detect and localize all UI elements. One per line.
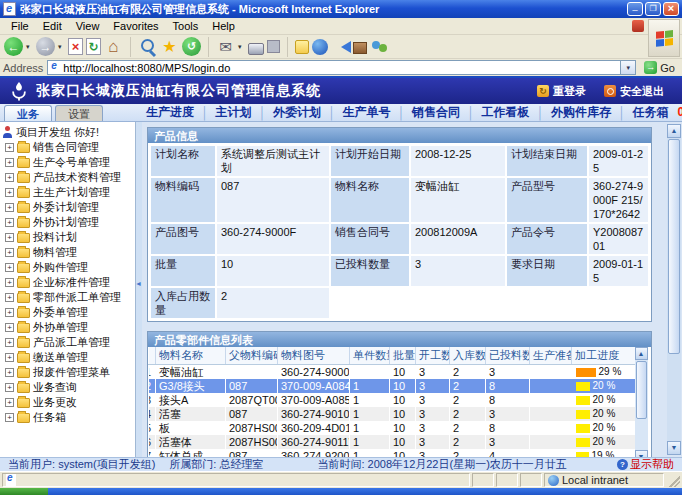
stop-icon[interactable] [68,38,83,55]
expand-icon[interactable] [5,173,14,182]
back-icon[interactable] [4,37,23,56]
resize-grip[interactable] [666,473,680,487]
address-url[interactable]: http://localhost:8080/MPS/login.do [63,62,617,74]
table-row[interactable]: 6活塞体2087HS002360-274-9011W11032320 % [149,435,635,449]
sidebar-item[interactable]: 产品派工单管理 [2,335,135,350]
expand-icon[interactable] [5,293,14,302]
sidebar-item[interactable]: 生产令号单管理 [2,155,135,170]
sidebar-item[interactable]: 外协单管理 [2,320,135,335]
close-button[interactable] [663,2,679,16]
edit-icon[interactable] [267,40,280,53]
address-input[interactable]: http://localhost:8080/MPS/login.do [47,60,636,75]
table-row[interactable]: 5板2087HS002360-209-4D01011032820 % [149,421,635,435]
nav-item-7[interactable]: 任务箱 [633,104,669,121]
menu-file[interactable]: File [4,20,36,32]
sidebar-item[interactable]: 产品技术资料管理 [2,170,135,185]
show-help-link[interactable]: 显示帮助 [617,457,674,471]
expand-icon[interactable] [5,188,14,197]
print-icon[interactable] [248,43,264,55]
tab-settings[interactable]: 设置 [55,105,103,121]
expand-icon[interactable] [5,233,14,242]
search-icon[interactable] [138,37,157,56]
go-button[interactable]: Go [640,61,679,74]
scroll-thumb[interactable] [636,361,647,419]
expand-icon[interactable] [5,398,14,407]
table-row[interactable]: 4活塞087360-274-9010F11032320 % [149,407,635,421]
scroll-thumb[interactable] [668,139,680,354]
nav-item-2[interactable]: 外委计划 [273,104,321,121]
sidebar-item[interactable]: 零部件派工单管理 [2,290,135,305]
minimize-button[interactable] [627,2,643,16]
nav-item-0[interactable]: 生产进度 [146,104,194,121]
table-row[interactable]: 3接头A2087QT002370-009-A085011032820 % [149,393,635,407]
address-dropdown-button[interactable] [620,61,635,74]
caret-icon[interactable] [26,43,33,51]
relogin-button[interactable]: 重登录 [537,84,586,99]
sidebar-item[interactable]: 物料管理 [2,245,135,260]
logout-button[interactable]: 安全退出 [604,84,664,99]
buddies-icon[interactable] [370,37,389,56]
forward-icon[interactable] [36,37,55,56]
mail-icon[interactable] [216,37,235,56]
sidebar-item[interactable]: 业务查询 [2,380,135,395]
nav-item-1[interactable]: 主计划 [216,104,252,121]
expand-icon[interactable] [5,158,14,167]
table-row[interactable]: 2G3/8接头087370-009-A084011032820 % [149,379,635,393]
sidebar-item[interactable]: 外购件管理 [2,260,135,275]
scroll-up-icon[interactable] [635,347,648,360]
expand-icon[interactable] [5,218,14,227]
favorites-icon[interactable] [160,37,179,56]
messenger-icon[interactable] [331,37,350,56]
caret-icon[interactable] [58,43,65,51]
sidebar-item[interactable]: 外协计划管理 [2,215,135,230]
expand-icon[interactable] [5,278,14,287]
expand-icon[interactable] [5,203,14,212]
sidebar-item[interactable]: 缴送单管理 [2,350,135,365]
menu-tools[interactable]: Tools [166,20,206,32]
tab-business[interactable]: 业务 [4,105,52,121]
home-icon[interactable] [104,37,123,56]
research-icon[interactable] [353,42,367,54]
menu-help[interactable]: Help [205,20,242,32]
sidebar-item[interactable]: 任务箱 [2,410,135,425]
web-icon[interactable] [312,39,328,55]
table-row[interactable]: 1变幅油缸360-274-9000F1032329 % [149,365,635,380]
sidebar-item[interactable]: 外委计划管理 [2,200,135,215]
parts-table-vscroll[interactable] [635,347,648,457]
nav-item-5[interactable]: 工作看板 [482,104,530,121]
expand-icon[interactable] [5,338,14,347]
expand-icon[interactable] [5,263,14,272]
refresh-icon[interactable] [86,38,101,55]
history-icon[interactable] [182,37,201,56]
scroll-down-icon[interactable] [667,441,681,455]
menu-view[interactable]: View [69,20,107,32]
sidebar-item[interactable]: 销售合同管理 [2,140,135,155]
expand-icon[interactable] [5,368,14,377]
expand-icon[interactable] [5,248,14,257]
expand-icon[interactable] [5,383,14,392]
sidebar-item[interactable]: 投料计划 [2,230,135,245]
collapse-arrow-icon[interactable] [135,280,142,287]
menu-edit[interactable]: Edit [36,20,69,32]
start-button[interactable] [0,488,48,495]
scroll-up-icon[interactable] [667,124,681,138]
expand-icon[interactable] [5,413,14,422]
sidebar-item[interactable]: 主生产计划管理 [2,185,135,200]
caret-icon[interactable] [238,43,245,51]
nav-item-3[interactable]: 生产单号 [343,104,391,121]
sidebar-item[interactable]: 外委单管理 [2,305,135,320]
discuss-icon[interactable] [295,40,309,54]
menu-favorites[interactable]: Favorites [106,20,165,32]
nav-item-4[interactable]: 销售合同 [412,104,460,121]
sidebar-item[interactable]: 业务更改 [2,395,135,410]
expand-icon[interactable] [5,323,14,332]
nav-item-6[interactable]: 外购件库存 [551,104,611,121]
maximize-button[interactable] [645,2,661,16]
page-vscroll[interactable] [667,124,681,455]
sidebar-item[interactable]: 企业标准件管理 [2,275,135,290]
expand-icon[interactable] [5,143,14,152]
table-row[interactable]: 7缸体总成087360-274-9200F11032419 % [149,449,635,457]
sidebar-item[interactable]: 报废件管理菜单 [2,365,135,380]
expand-icon[interactable] [5,353,14,362]
scroll-down-icon[interactable] [635,450,648,457]
